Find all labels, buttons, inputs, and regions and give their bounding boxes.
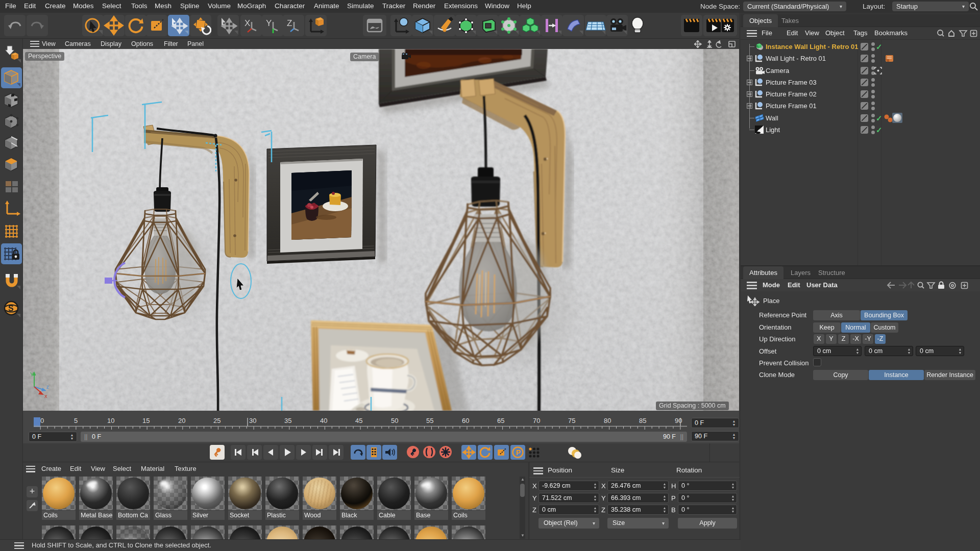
svg-text:75: 75 <box>568 417 575 424</box>
svg-text:x: x <box>44 393 47 399</box>
svg-text:P: P <box>516 448 521 457</box>
svg-text:30: 30 <box>249 417 256 424</box>
svg-text:X: X <box>244 18 250 28</box>
svg-text:S: S <box>8 304 14 313</box>
svg-text:20: 20 <box>178 417 185 424</box>
svg-text:80: 80 <box>604 417 611 424</box>
svg-text:Y: Y <box>30 371 34 378</box>
svg-text:35: 35 <box>284 417 291 424</box>
svg-text:10: 10 <box>107 417 114 424</box>
svg-text:5: 5 <box>74 417 78 424</box>
svg-text:Y: Y <box>266 18 272 28</box>
svg-text:25: 25 <box>213 417 220 424</box>
svg-text:65: 65 <box>497 417 504 424</box>
svg-text:90: 90 <box>675 417 682 424</box>
svg-text:40: 40 <box>320 417 327 424</box>
svg-text:45: 45 <box>355 417 362 424</box>
svg-text:0: 0 <box>40 417 44 424</box>
svg-text:15: 15 <box>142 417 150 424</box>
svg-text:Z: Z <box>287 18 292 28</box>
svg-text:70: 70 <box>533 417 540 424</box>
svg-text:55: 55 <box>426 417 433 424</box>
svg-text:60: 60 <box>462 417 469 424</box>
svg-text:z: z <box>46 384 49 390</box>
svg-text:50: 50 <box>391 417 398 424</box>
svg-text:85: 85 <box>639 417 646 424</box>
